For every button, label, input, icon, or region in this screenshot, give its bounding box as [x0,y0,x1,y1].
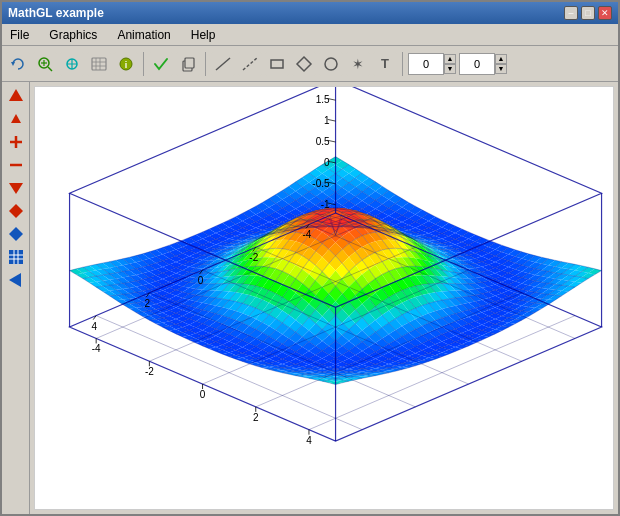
quality-tool-button[interactable] [87,52,111,76]
main-window: MathGL example – □ ✕ File Graphics Anima… [0,0,620,516]
menu-animation[interactable]: Animation [113,26,174,44]
num-input-1[interactable] [408,53,444,75]
rect-draw-tool-button[interactable] [265,52,289,76]
dashed-tool-button[interactable] [238,52,262,76]
toolbar-sep-1 [143,52,144,76]
text-tool-label: T [381,56,389,71]
check-tool-button[interactable] [149,52,173,76]
left-arrow-button[interactable] [6,270,26,290]
svg-marker-18 [297,57,311,71]
svg-marker-34 [9,273,21,287]
grid-button[interactable] [6,247,26,267]
svg-point-19 [325,58,337,70]
minus-button[interactable] [6,155,26,175]
blue-diamond-button[interactable] [6,224,26,244]
svg-marker-27 [9,204,23,218]
toolbar-sep-2 [205,52,206,76]
pan-tool-button[interactable] [60,52,84,76]
title-bar: MathGL example – □ ✕ [2,2,618,24]
num-input-2-down[interactable]: ▼ [495,64,507,74]
svg-rect-14 [185,58,194,68]
num-input-1-down[interactable]: ▼ [444,64,456,74]
med-up-arrow-button[interactable] [6,109,26,129]
svg-rect-6 [92,58,106,70]
circle-tool-button[interactable] [319,52,343,76]
menu-help[interactable]: Help [187,26,220,44]
menu-bar: File Graphics Animation Help [2,24,618,46]
menu-graphics[interactable]: Graphics [45,26,101,44]
text-tool-button[interactable]: T [373,52,397,76]
svg-text:i: i [125,60,128,70]
svg-rect-17 [271,60,283,68]
diamond-tool-button[interactable] [292,52,316,76]
main-area [2,82,618,514]
red-diamond-button[interactable] [6,201,26,221]
svg-text:✶: ✶ [352,56,364,72]
toolbar: i [2,46,618,82]
num-input-1-up[interactable]: ▲ [444,54,456,64]
num-input-2[interactable] [459,53,495,75]
plus-button[interactable] [6,132,26,152]
svg-line-2 [48,67,52,71]
plot-canvas[interactable] [35,87,613,509]
svg-marker-26 [9,183,23,194]
svg-line-16 [243,58,257,70]
maximize-button[interactable]: □ [581,6,595,20]
num-input-2-up[interactable]: ▲ [495,54,507,64]
svg-marker-22 [11,114,21,123]
down-arrow-button[interactable] [6,178,26,198]
svg-rect-29 [9,250,23,264]
copy-tool-button[interactable] [176,52,200,76]
star-tool-button[interactable]: ✶ [346,52,370,76]
minimize-button[interactable]: – [564,6,578,20]
num-input-2-container: ▲ ▼ [459,53,507,75]
window-title: MathGL example [8,6,104,20]
zoom-tool-button[interactable] [33,52,57,76]
toolbar-sep-3 [402,52,403,76]
large-up-arrow-button[interactable] [6,86,26,106]
rotate-tool-button[interactable] [6,52,30,76]
line-tool-button[interactable] [211,52,235,76]
title-buttons: – □ ✕ [564,6,612,20]
canvas-area[interactable] [34,86,614,510]
svg-line-15 [216,58,230,70]
svg-marker-0 [11,62,15,66]
left-toolbar [2,82,30,514]
menu-file[interactable]: File [6,26,33,44]
close-button[interactable]: ✕ [598,6,612,20]
svg-marker-28 [9,227,23,241]
svg-marker-21 [9,89,23,101]
info-tool-button[interactable]: i [114,52,138,76]
num-input-1-container: ▲ ▼ [408,53,456,75]
